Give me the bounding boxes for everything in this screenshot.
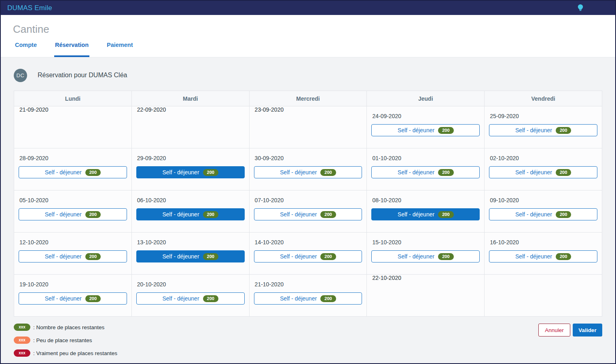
seats-badge: 200: [85, 253, 101, 260]
day-header-mercredi: Mercredi: [249, 91, 367, 106]
cancel-button[interactable]: Annuler: [538, 324, 570, 336]
meal-button-24-09-2020[interactable]: Self - déjeuner200: [371, 124, 480, 136]
meal-label: Self - déjeuner: [45, 169, 82, 176]
meal-button-29-09-2020[interactable]: Self - déjeuner200: [136, 166, 245, 178]
calendar-cell: 02-10-2020Self - déjeuner200: [485, 148, 602, 190]
seats-badge: 200: [320, 253, 336, 260]
legend-very-few-seats-badge: xxx: [14, 349, 30, 357]
meal-button-02-10-2020[interactable]: Self - déjeuner200: [489, 166, 597, 178]
seats-badge: 200: [203, 253, 218, 260]
calendar-week-row: 12-10-2020Self - déjeuner20013-10-2020Se…: [14, 233, 602, 275]
legend-very-few-seats: xxx: Vraiment peu de places restantes: [14, 349, 117, 357]
meal-button-21-10-2020[interactable]: Self - déjeuner200: [254, 292, 362, 305]
calendar-cell: 13-10-2020Self - déjeuner200: [131, 233, 249, 275]
reservation-calendar: LundiMardiMercrediJeudiVendredi 21-09-20…: [14, 91, 602, 317]
meal-label: Self - déjeuner: [45, 211, 82, 218]
cell-date: 15-10-2020: [372, 239, 484, 245]
cell-date: 21-09-2020: [19, 106, 131, 113]
cell-date: 23-09-2020: [255, 106, 367, 113]
day-header-jeudi: Jeudi: [367, 91, 485, 106]
meal-label: Self - déjeuner: [515, 253, 552, 260]
lightbulb-icon[interactable]: [576, 4, 584, 13]
meal-label: Self - déjeuner: [45, 253, 82, 260]
meal-label: Self - déjeuner: [162, 211, 199, 218]
calendar-cell: 05-10-2020Self - déjeuner200: [14, 190, 132, 233]
cell-date: 12-10-2020: [19, 239, 131, 245]
reservation-title: Réservation pour DUMAS Cléa: [38, 72, 127, 79]
legend-few-seats-label: : Peu de place restantes: [33, 337, 92, 343]
cell-date: 19-10-2020: [19, 281, 131, 288]
seats-badge: 200: [203, 295, 218, 302]
meal-label: Self - déjeuner: [280, 211, 317, 218]
meal-label: Self - déjeuner: [162, 169, 199, 176]
cell-date: 16-10-2020: [490, 239, 602, 245]
action-buttons: Annuler Valider: [538, 324, 602, 357]
seats-badge: 200: [438, 253, 453, 260]
seats-badge: 200: [85, 295, 101, 302]
meal-button-20-10-2020[interactable]: Self - déjeuner200: [136, 292, 245, 305]
meal-button-25-09-2020[interactable]: Self - déjeuner200: [489, 124, 597, 136]
footer: xxx: Nombre de places restantesxxx: Peu …: [14, 324, 602, 357]
tab-reservation[interactable]: Réservation: [54, 42, 89, 57]
meal-button-09-10-2020[interactable]: Self - déjeuner200: [489, 208, 597, 220]
seats-badge: 200: [438, 169, 453, 176]
tab-bar: CompteRéservationPaiement: [14, 42, 133, 57]
cell-date: 29-09-2020: [137, 155, 249, 161]
calendar-cell-disabled: 22-09-2020: [131, 106, 249, 148]
meal-button-14-10-2020[interactable]: Self - déjeuner200: [254, 250, 362, 262]
meal-button-15-10-2020[interactable]: Self - déjeuner200: [371, 250, 480, 262]
tab-paiement[interactable]: Paiement: [106, 42, 133, 57]
cell-date: 20-10-2020: [137, 281, 249, 288]
meal-label: Self - déjeuner: [515, 169, 552, 176]
meal-label: Self - déjeuner: [398, 211, 434, 218]
meal-button-07-10-2020[interactable]: Self - déjeuner200: [254, 208, 362, 220]
page-header: Cantine CompteRéservationPaiement: [1, 15, 615, 57]
meal-label: Self - déjeuner: [45, 295, 82, 302]
meal-button-16-10-2020[interactable]: Self - déjeuner200: [489, 250, 597, 262]
cell-date: 13-10-2020: [137, 239, 249, 245]
meal-button-12-10-2020[interactable]: Self - déjeuner200: [19, 250, 127, 262]
meal-label: Self - déjeuner: [162, 295, 199, 302]
cell-date: 24-09-2020: [372, 113, 484, 119]
meal-button-05-10-2020[interactable]: Self - déjeuner200: [19, 208, 127, 220]
seats-badge: 200: [438, 211, 453, 218]
cell-date: 07-10-2020: [255, 197, 367, 203]
meal-label: Self - déjeuner: [280, 295, 317, 302]
calendar-cell: 19-10-2020Self - déjeuner200: [14, 275, 132, 317]
calendar-cell: 20-10-2020Self - déjeuner200: [131, 275, 249, 317]
avatar: DC: [14, 69, 27, 82]
calendar-cell: 21-10-2020Self - déjeuner200: [249, 275, 367, 317]
seats-badge: 200: [85, 169, 101, 176]
seats-badge: 200: [203, 211, 218, 218]
meal-label: Self - déjeuner: [280, 253, 317, 260]
validate-button[interactable]: Valider: [573, 324, 602, 336]
calendar-week-row: 21-09-202022-09-202023-09-202024-09-2020…: [14, 106, 602, 148]
meal-button-28-09-2020[interactable]: Self - déjeuner200: [19, 166, 127, 178]
meal-button-19-10-2020[interactable]: Self - déjeuner200: [19, 292, 127, 305]
legend-very-few-seats-label: : Vraiment peu de places restantes: [33, 350, 117, 356]
calendar-cell: 16-10-2020Self - déjeuner200: [485, 233, 602, 275]
calendar-cell-disabled: 23-09-2020: [249, 106, 367, 148]
calendar-cell: 01-10-2020Self - déjeuner200: [367, 148, 485, 190]
calendar-cell: 29-09-2020Self - déjeuner200: [131, 148, 249, 190]
calendar-cell-empty: [485, 275, 602, 317]
seats-badge: 200: [320, 169, 336, 176]
seats-badge: 200: [85, 211, 101, 218]
legend-many-seats: xxx: Nombre de places restantes: [14, 324, 117, 331]
meal-button-06-10-2020[interactable]: Self - déjeuner200: [136, 208, 245, 220]
meal-button-13-10-2020[interactable]: Self - déjeuner200: [136, 250, 245, 262]
meal-button-08-10-2020[interactable]: Self - déjeuner200: [371, 208, 480, 220]
cell-date: 08-10-2020: [372, 197, 484, 203]
cell-date: 30-09-2020: [255, 155, 367, 161]
seats-badge: 200: [438, 127, 453, 134]
tab-compte[interactable]: Compte: [14, 42, 38, 57]
cell-date: 06-10-2020: [137, 197, 249, 203]
meal-button-01-10-2020[interactable]: Self - déjeuner200: [371, 166, 480, 178]
meal-button-30-09-2020[interactable]: Self - déjeuner200: [254, 166, 362, 178]
topbar-user-name: DUMAS Emile: [7, 4, 52, 12]
calendar-cell: 08-10-2020Self - déjeuner200: [367, 190, 485, 233]
meal-label: Self - déjeuner: [515, 211, 552, 218]
legend-many-seats-badge: xxx: [14, 324, 30, 331]
cell-date: 02-10-2020: [490, 155, 602, 161]
cell-date: 28-09-2020: [19, 155, 131, 161]
